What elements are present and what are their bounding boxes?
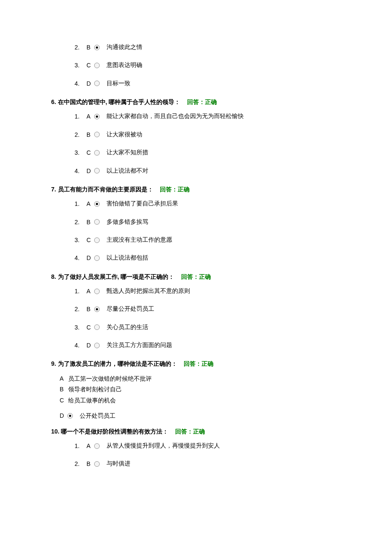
option-number: 1. — [75, 112, 83, 121]
radio-icon[interactable] — [94, 443, 100, 449]
radio-icon[interactable] — [94, 255, 100, 261]
radio-icon[interactable] — [94, 237, 100, 243]
option-row: D 公开处罚员工 — [60, 411, 392, 421]
question-9: 9. 为了激发员工的潜力，哪种做法是不正确的： 回答：正确 A 员工第一次做错的… — [0, 358, 392, 421]
option-number: 2. — [75, 459, 83, 468]
option-text: 关注员工方方面面的问题 — [107, 341, 172, 350]
option-text: 关心员工的生活 — [107, 323, 148, 332]
option-row: 2. B 尽量公开处罚员工 — [0, 304, 392, 314]
radio-icon[interactable] — [94, 63, 100, 68]
option-letter: C — [86, 235, 94, 245]
question-text: 为了做好人员发展工作, 哪一项是不正确的： — [58, 273, 175, 280]
option-number: 2. — [75, 304, 83, 314]
question-text: 为了激发员工的潜力，哪种做法是不正确的： — [58, 360, 177, 367]
option-row: 4. D 目标一致 — [0, 79, 392, 88]
option-text: 尽量公开处罚员工 — [107, 304, 154, 314]
feedback-label: 回答：正确 — [187, 98, 217, 105]
option-text: 多做多错多挨骂 — [107, 217, 148, 227]
option-text: 让大家不知所措 — [107, 148, 148, 157]
option-number: 2. — [75, 43, 83, 52]
question-8: 8. 为了做好人员发展工作, 哪一项是不正确的： 回答：正确 1. A 甄选人员… — [0, 272, 392, 350]
option-letter: A — [86, 112, 94, 121]
question-header: 7. 员工有能力而不肯做的主要原因是： 回答：正确 — [0, 184, 392, 195]
option-text: 以上说法都包括 — [107, 253, 148, 263]
option-letter: D — [86, 341, 94, 350]
option-row: 4. D 关注员工方方面面的问题 — [0, 341, 392, 350]
option-row: 4. D 以上说法都不对 — [0, 166, 392, 176]
option-text: 给员工做事的机会 — [68, 396, 116, 406]
option-row: 2. B 多做多错多挨骂 — [0, 217, 392, 227]
radio-icon[interactable] — [94, 201, 100, 207]
option-number: 4. — [75, 253, 83, 263]
option-row: 2. B 沟通彼此之情 — [0, 43, 392, 52]
question-6: 6. 在中国式的管理中, 哪种属于合乎人性的领导： 回答：正确 1. A 能让大… — [0, 97, 392, 176]
option-text: 目标一致 — [107, 79, 130, 88]
option-letter: A — [86, 441, 94, 451]
feedback-label: 回答：正确 — [175, 428, 205, 435]
option-row: 3. C 意图表达明确 — [0, 61, 392, 70]
option-text: 意图表达明确 — [107, 61, 142, 70]
radio-icon[interactable] — [94, 81, 100, 86]
option-letter: A — [60, 374, 67, 384]
question-text: 员工有能力而不肯做的主要原因是： — [58, 186, 153, 193]
option-letter: A — [86, 199, 94, 208]
option-row: 3. C 关心员工的生活 — [0, 323, 392, 332]
radio-icon[interactable] — [94, 219, 100, 225]
option-letter: D — [60, 411, 67, 421]
option-letter: D — [86, 79, 94, 88]
option-text: 领导者时刻检讨自己 — [68, 384, 122, 395]
option-row: 1. A 能让大家都自动，而且自己也会因为无为而轻松愉快 — [0, 112, 392, 121]
option-number: 1. — [75, 199, 83, 208]
radio-icon[interactable] — [94, 343, 100, 348]
option-number: 4. — [75, 79, 83, 88]
option-text: 公开处罚员工 — [80, 411, 115, 421]
question-number: 7. — [51, 186, 56, 193]
option-row: C 给员工做事的机会 — [60, 396, 392, 406]
feedback-label: 回答：正确 — [184, 360, 213, 367]
option-letter: D — [86, 253, 94, 263]
question-text: 在中国式的管理中, 哪种属于合乎人性的领导： — [58, 98, 181, 105]
question-number: 10. — [51, 428, 59, 435]
option-number: 3. — [75, 323, 83, 332]
radio-icon[interactable] — [94, 45, 100, 50]
radio-icon[interactable] — [94, 114, 100, 119]
radio-icon[interactable] — [94, 168, 100, 173]
option-text: 害怕做错了要自己承担后果 — [107, 199, 178, 208]
option-letter: D — [86, 166, 94, 176]
question-number: 8. — [51, 273, 56, 280]
simple-options: A 员工第一次做错的时候绝不批评 B 领导者时刻检讨自己 C 给员工做事的机会 … — [0, 374, 392, 421]
radio-icon[interactable] — [94, 306, 100, 312]
option-letter: B — [86, 304, 94, 314]
question-header: 8. 为了做好人员发展工作, 哪一项是不正确的： 回答：正确 — [0, 272, 392, 282]
radio-icon[interactable] — [94, 461, 100, 467]
option-letter: C — [86, 148, 94, 157]
option-row: A 员工第一次做错的时候绝不批评 — [60, 374, 392, 384]
option-letter: A — [86, 286, 94, 296]
option-number: 3. — [75, 148, 83, 157]
option-letter: B — [86, 217, 94, 227]
option-text: 以上说法都不对 — [107, 166, 148, 176]
option-text: 甄选人员时把握出其不意的原则 — [107, 286, 190, 296]
question-text: 哪一个不是做好阶段性调整的有效方法： — [61, 428, 168, 435]
option-row: 3. C 主观没有主动工作的意愿 — [0, 235, 392, 245]
radio-icon[interactable] — [94, 324, 100, 330]
option-letter: B — [86, 130, 94, 139]
option-row: 4. D 以上说法都包括 — [0, 253, 392, 263]
option-number: 2. — [75, 130, 83, 139]
option-number: 4. — [75, 166, 83, 176]
option-text: 从管人慢慢提升到理人，再慢慢提升到安人 — [107, 441, 220, 451]
option-letter: B — [86, 459, 94, 468]
option-number: 4. — [75, 341, 83, 350]
radio-icon[interactable] — [94, 132, 100, 137]
option-letter: C — [86, 61, 94, 70]
radio-icon[interactable] — [94, 150, 100, 156]
option-letter: B — [60, 384, 67, 395]
question-10: 10. 哪一个不是做好阶段性调整的有效方法： 回答：正确 1. A 从管人慢慢提… — [0, 426, 392, 469]
radio-icon[interactable] — [94, 289, 100, 294]
radio-icon[interactable] — [67, 413, 73, 419]
option-row: 1. A 从管人慢慢提升到理人，再慢慢提升到安人 — [0, 441, 392, 451]
option-number: 1. — [75, 441, 83, 451]
option-text: 主观没有主动工作的意愿 — [107, 235, 172, 245]
option-text: 让大家很被动 — [107, 130, 142, 139]
question-number: 6. — [51, 98, 56, 105]
